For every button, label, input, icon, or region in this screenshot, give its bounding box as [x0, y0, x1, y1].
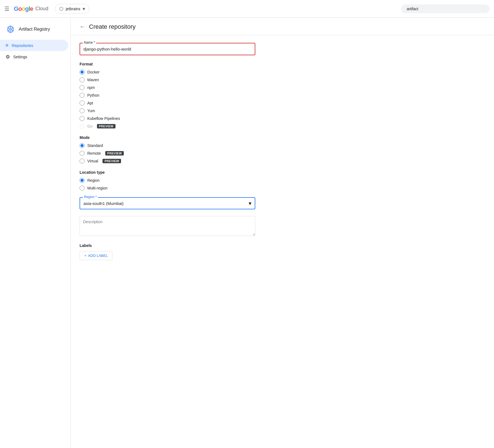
labels-section: Labels + ADD LABEL [80, 243, 255, 260]
back-button[interactable]: ← [80, 23, 86, 30]
sidebar-header: Artifact Registry [0, 20, 70, 38]
project-dropdown-arrow: ▾ [83, 6, 85, 12]
name-field-wrapper[interactable]: Name * [80, 43, 255, 55]
mode-remote-label: Remote [87, 151, 101, 156]
mode-section: Mode Standard Remote PREVIEW Virtual [80, 135, 255, 164]
format-apt[interactable]: Apt [80, 101, 255, 106]
add-label-plus-icon: + [84, 254, 86, 258]
settings-label: Settings [13, 55, 27, 59]
settings-icon: ⚙ [6, 54, 10, 60]
format-yum-label: Yum [87, 109, 95, 113]
artifact-registry-icon [6, 24, 15, 34]
sidebar-item-repositories[interactable]: ≡ Repositories [0, 40, 68, 51]
repositories-icon: ≡ [6, 43, 9, 48]
format-maven-label: Maven [87, 78, 99, 82]
format-docker[interactable]: Docker [80, 70, 255, 75]
name-input[interactable] [83, 46, 251, 52]
format-kubeflow[interactable]: Kubeflow Pipelines [80, 116, 255, 121]
region-field-group: Region * asia-south1 (Mumbai) ▾ [80, 197, 255, 209]
location-type-radio-group: Region Multi-region [80, 178, 255, 191]
repositories-label: Repositories [12, 43, 33, 48]
mode-virtual[interactable]: Virtual PREVIEW [80, 159, 255, 164]
sidebar-item-settings[interactable]: ⚙ Settings [0, 51, 68, 63]
sidebar: Artifact Registry ≡ Repositories ⚙ Setti… [0, 18, 71, 448]
location-type-section: Location type Region Multi-region [80, 170, 255, 191]
page-title: Create repository [89, 23, 136, 30]
description-input[interactable] [80, 216, 255, 236]
project-name: jetbrains [66, 7, 80, 11]
main-content: ← Create repository Name * Format Docker [71, 18, 494, 448]
format-heading: Format [80, 62, 255, 66]
hamburger-menu[interactable]: ☰ [4, 6, 9, 12]
format-kubeflow-radio[interactable] [80, 116, 85, 121]
labels-heading: Labels [80, 243, 255, 248]
form-container: Name * Format Docker Maven [71, 35, 264, 275]
location-multiregion-label: Multi-region [87, 186, 107, 190]
description-field-group [80, 216, 255, 237]
format-python[interactable]: Python [80, 93, 255, 98]
location-multiregion-radio[interactable] [80, 186, 85, 191]
top-nav: ☰ Google Cloud ⬡ jetbrains ▾ [0, 0, 494, 18]
format-maven-radio[interactable] [80, 77, 85, 82]
mode-radio-group: Standard Remote PREVIEW Virtual PREVIEW [80, 143, 255, 164]
add-label-button[interactable]: + ADD LABEL [80, 251, 112, 260]
format-go-radio[interactable] [80, 124, 85, 129]
mode-heading: Mode [80, 135, 255, 140]
format-npm-label: npm [87, 85, 95, 90]
name-field-label: Name * [83, 41, 96, 44]
format-apt-label: Apt [87, 101, 93, 105]
location-multiregion[interactable]: Multi-region [80, 186, 255, 191]
app-layout: Artifact Registry ≡ Repositories ⚙ Setti… [0, 18, 494, 448]
cloud-text: Cloud [35, 6, 48, 12]
format-go-label: Go [87, 124, 93, 128]
region-dropdown-icon: ▾ [249, 200, 251, 207]
search-input[interactable] [407, 7, 484, 11]
format-docker-radio[interactable] [80, 70, 85, 75]
mode-virtual-radio[interactable] [80, 159, 85, 164]
mode-virtual-label: Virtual [87, 159, 98, 163]
format-yum-radio[interactable] [80, 108, 85, 113]
remote-preview-badge: PREVIEW [105, 151, 124, 156]
location-type-heading: Location type [80, 170, 255, 175]
region-field-wrapper[interactable]: Region * asia-south1 (Mumbai) ▾ [80, 197, 255, 209]
add-label-text: ADD LABEL [88, 254, 108, 258]
search-bar[interactable] [401, 4, 490, 13]
format-radio-group: Docker Maven npm Python [80, 70, 255, 129]
format-python-radio[interactable] [80, 93, 85, 98]
location-region-label: Region [87, 178, 99, 183]
project-selector[interactable]: ⬡ jetbrains ▾ [55, 4, 89, 14]
format-yum[interactable]: Yum [80, 108, 255, 113]
go-preview-badge: PREVIEW [97, 124, 115, 128]
region-field-label: Region * [83, 195, 98, 199]
mode-remote[interactable]: Remote PREVIEW [80, 151, 255, 156]
location-region-radio[interactable] [80, 178, 85, 183]
format-kubeflow-label: Kubeflow Pipelines [87, 116, 120, 121]
format-section: Format Docker Maven npm [80, 62, 255, 129]
sidebar-title: Artifact Registry [19, 27, 50, 32]
format-npm[interactable]: npm [80, 85, 255, 90]
name-field-group: Name * [80, 43, 255, 55]
page-header: ← Create repository [71, 18, 494, 35]
mode-standard-label: Standard [87, 143, 103, 148]
format-go[interactable]: Go PREVIEW [80, 124, 255, 129]
format-maven[interactable]: Maven [80, 77, 255, 82]
format-docker-label: Docker [87, 70, 99, 74]
mode-remote-radio[interactable] [80, 151, 85, 156]
virtual-preview-badge: PREVIEW [103, 159, 121, 163]
format-npm-radio[interactable] [80, 85, 85, 90]
google-cloud-logo: Google Cloud [14, 5, 48, 12]
location-region[interactable]: Region [80, 178, 255, 183]
format-python-label: Python [87, 93, 99, 97]
format-apt-radio[interactable] [80, 101, 85, 106]
region-value: asia-south1 (Mumbai) [83, 201, 249, 206]
sidebar-nav: ≡ Repositories ⚙ Settings [0, 40, 70, 63]
mode-standard[interactable]: Standard [80, 143, 255, 148]
mode-standard-radio[interactable] [80, 143, 85, 148]
